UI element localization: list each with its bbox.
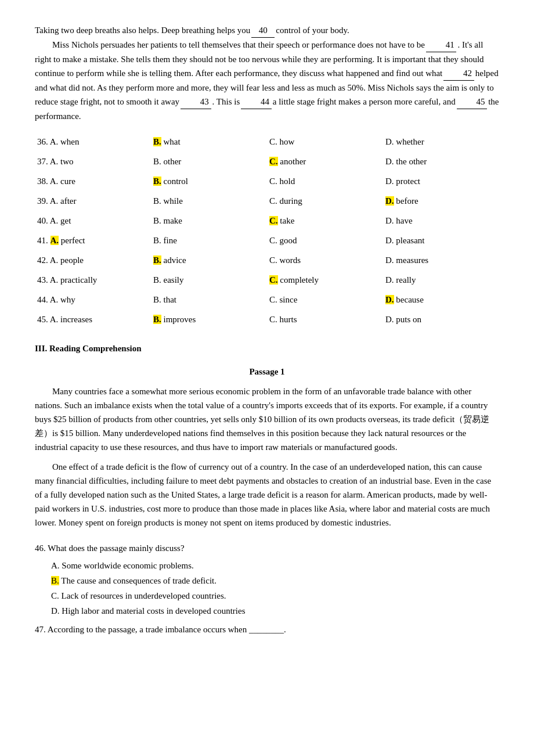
q46-d-text: D. High labor and material costs in deve… bbox=[51, 606, 246, 615]
q38-b: B. control bbox=[151, 173, 267, 189]
q40-c: C. take bbox=[267, 213, 383, 229]
blank-42: 42 bbox=[443, 66, 474, 81]
intro-text-2d: . This is bbox=[212, 97, 240, 106]
q36-d: D. whether bbox=[383, 134, 499, 150]
q45-c: C. hurts bbox=[267, 311, 383, 327]
q47: 47. According to the passage, a trade im… bbox=[35, 622, 499, 636]
q45-b: B. improves bbox=[151, 311, 267, 327]
q42-c: C. words bbox=[267, 252, 383, 268]
q37-c: C. another bbox=[267, 153, 383, 170]
q37-b: B. other bbox=[151, 153, 267, 170]
q44-d: D. because bbox=[383, 291, 499, 308]
q36-c: C. how bbox=[267, 134, 383, 150]
q43-a: 43. A. practically bbox=[35, 272, 151, 288]
q38-d: D. protect bbox=[383, 173, 499, 189]
q45-d: D. puts on bbox=[383, 311, 499, 327]
q42-b: B. advice bbox=[151, 252, 267, 268]
q39-c: C. during bbox=[267, 193, 383, 209]
q36-a: 36. A. when bbox=[35, 134, 151, 150]
q41-c: C. good bbox=[267, 232, 383, 249]
intro-text-2a: Miss Nichols persuades her patients to t… bbox=[52, 40, 425, 49]
q39-d: D. before bbox=[383, 193, 499, 209]
passage1-title: Passage 1 bbox=[35, 365, 499, 379]
q42-d: D. measures bbox=[383, 252, 499, 268]
q46-option-d: D. High labor and material costs in deve… bbox=[51, 604, 499, 618]
intro-text-1: Taking two deep breaths also helps. Deep… bbox=[35, 26, 250, 35]
section3-title: III. Reading Comprehension bbox=[35, 341, 499, 355]
q41-b: B. fine bbox=[151, 232, 267, 249]
intro-paragraph-1: Taking two deep breaths also helps. Deep… bbox=[35, 23, 499, 38]
q46-b-highlight: B. bbox=[51, 576, 59, 585]
blank-45: 45 bbox=[457, 95, 488, 109]
passage1-p2: One effect of a trade deficit is the flo… bbox=[35, 460, 499, 530]
answer-grid: 36. A. when B. what C. how D. whether 37… bbox=[35, 134, 499, 327]
q40-a: 40. A. get bbox=[35, 213, 151, 229]
intro-text-1b: control of your body. bbox=[276, 26, 349, 35]
q42-a: 42. A. people bbox=[35, 252, 151, 268]
q40-b: B. make bbox=[151, 213, 267, 229]
q37-d: D. the other bbox=[383, 153, 499, 170]
q43-b: B. easily bbox=[151, 272, 267, 288]
q38-a: 38. A. cure bbox=[35, 173, 151, 189]
q44-a: 44. A. why bbox=[35, 291, 151, 308]
q46: 46. What does the passage mainly discuss… bbox=[35, 541, 499, 555]
q43-d: D. really bbox=[383, 272, 499, 288]
q41-d: D. pleasant bbox=[383, 232, 499, 249]
q46-text: 46. What does the passage mainly discuss… bbox=[35, 543, 185, 553]
q36-b: B. what bbox=[151, 134, 267, 150]
q43-c: C. completely bbox=[267, 272, 383, 288]
q46-option-b: B. The cause and consequences of trade d… bbox=[51, 574, 499, 588]
q39-b: B. while bbox=[151, 193, 267, 209]
q44-c: C. since bbox=[267, 291, 383, 308]
q46-c-text: C. Lack of resources in underdeveloped c… bbox=[51, 591, 226, 600]
q40-d: D. have bbox=[383, 213, 499, 229]
blank-43: 43 bbox=[181, 95, 211, 109]
blank-44: 44 bbox=[241, 95, 272, 109]
q44-b: B. that bbox=[151, 291, 267, 308]
q39-a: 39. A. after bbox=[35, 193, 151, 209]
q45-a: 45. A. increases bbox=[35, 311, 151, 327]
intro-paragraph-2: Miss Nichols persuades her patients to t… bbox=[35, 38, 499, 123]
blank-41: 41 bbox=[426, 38, 457, 52]
q46-option-a: A. Some worldwide economic problems. bbox=[51, 559, 499, 573]
q46-option-c: C. Lack of resources in underdeveloped c… bbox=[51, 589, 499, 603]
questions-section: 46. What does the passage mainly discuss… bbox=[35, 541, 499, 636]
intro-text-2e: a little stage fright makes a person mor… bbox=[273, 97, 456, 106]
q46-a-text: A. Some worldwide economic problems. bbox=[51, 561, 194, 570]
q37-a: 37. A. two bbox=[35, 153, 151, 170]
passage1-p1: Many countries face a somewhat more seri… bbox=[35, 384, 499, 454]
q38-c: C. hold bbox=[267, 173, 383, 189]
q41-a: 41. A. perfect bbox=[35, 232, 151, 249]
blank-40: 40 bbox=[251, 23, 275, 38]
q47-text: 47. According to the passage, a trade im… bbox=[35, 625, 286, 634]
